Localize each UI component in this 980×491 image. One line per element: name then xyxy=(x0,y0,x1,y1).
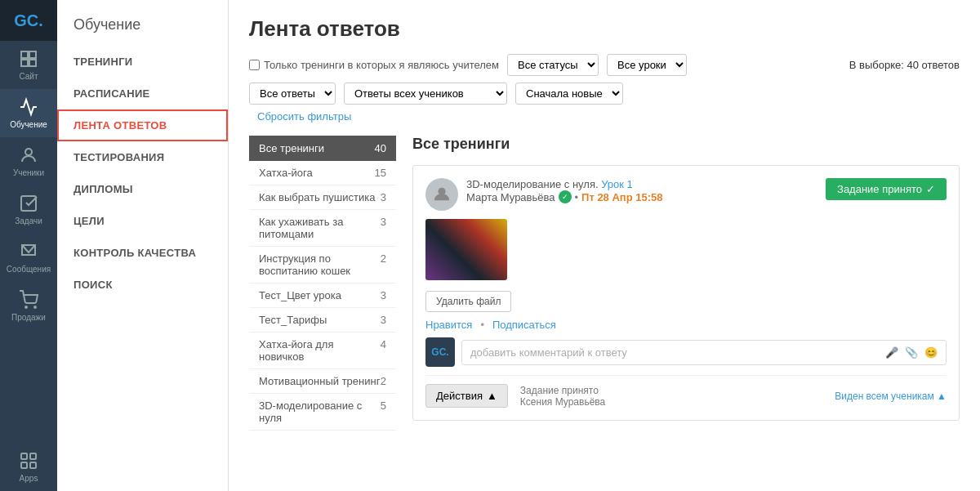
comment-icons: 🎤 📎 😊 xyxy=(885,346,938,359)
sidebar-item-apps[interactable]: Apps xyxy=(0,443,57,491)
training-item[interactable]: Инструкция по воспитанию кошек 2 xyxy=(249,247,396,283)
footer-status: Задание принято Ксения Муравьёва xyxy=(520,385,605,408)
answer-header: 3D-моделирование с нуля. Урок 1 Марта Му… xyxy=(425,178,947,211)
actions-button[interactable]: Действия ▲ xyxy=(425,384,508,408)
svg-rect-10 xyxy=(21,453,27,459)
nav-testirovaniya[interactable]: ТЕСТИРОВАНИЯ xyxy=(57,141,228,173)
svg-point-7 xyxy=(34,306,36,308)
answer-card: 3D-моделирование с нуля. Урок 1 Марта Му… xyxy=(412,165,960,421)
svg-rect-9 xyxy=(30,462,36,468)
answer-actions-row: Нравится • Подписаться xyxy=(425,319,947,331)
selection-count: В выборке: 40 ответов xyxy=(849,59,960,71)
filters-row-2: Все ответы Ответы всех учеников Сначала … xyxy=(249,83,960,105)
delete-file-row: Удалить файл xyxy=(425,287,947,312)
checkmark-icon: ✓ xyxy=(926,183,935,195)
main-content: Лента ответов Только тренинги в которых … xyxy=(229,0,980,491)
mic-icon[interactable]: 🎤 xyxy=(885,346,898,359)
training-item[interactable]: Тест_Цвет урока 3 xyxy=(249,283,396,308)
like-link[interactable]: Нравится xyxy=(425,319,472,331)
dot-separator: • xyxy=(480,319,484,331)
sidebar-item-zadachi[interactable]: Задачи xyxy=(0,185,57,234)
students-filter[interactable]: Ответы всех учеников xyxy=(344,83,507,105)
comment-avatar: GC. xyxy=(425,337,455,367)
prodazhi-icon xyxy=(19,290,38,310)
nav-raspisanie[interactable]: РАСПИСАНИЕ xyxy=(57,78,228,109)
nav-tseli[interactable]: ЦЕЛИ xyxy=(57,205,228,237)
ucheniki-icon xyxy=(19,145,38,165)
training-item[interactable]: Как выбрать пушистика 3 xyxy=(249,185,396,210)
svg-rect-2 xyxy=(21,60,28,66)
accepted-badge: Задание принято ✓ xyxy=(826,178,947,200)
sidebar-title: Обучение xyxy=(57,12,228,46)
answer-course: 3D-моделирование с нуля. Урок 1 xyxy=(466,178,817,190)
trainings-list-header[interactable]: Все тренинги 40 xyxy=(249,136,396,161)
training-item[interactable]: Хатха-йога 15 xyxy=(249,161,396,185)
answer-image xyxy=(425,219,507,280)
svg-point-4 xyxy=(25,149,32,155)
svg-rect-1 xyxy=(29,51,36,58)
avatar xyxy=(425,178,458,211)
apps-icon xyxy=(19,451,38,471)
zadachi-icon xyxy=(19,194,38,213)
site-icon xyxy=(19,49,38,69)
training-item[interactable]: 3D-моделирование с нуля 5 xyxy=(249,394,396,431)
svg-rect-3 xyxy=(29,60,36,66)
lessons-filter[interactable]: Все уроки xyxy=(607,54,687,76)
teacher-filter-checkbox[interactable] xyxy=(249,60,260,70)
svg-rect-8 xyxy=(21,462,27,468)
answer-footer: Действия ▲ Задание принято Ксения Муравь… xyxy=(425,375,947,408)
sidebar: Обучение ТРЕНИНГИ РАСПИСАНИЕ ЛЕНТА ОТВЕТ… xyxy=(57,0,229,491)
training-item[interactable]: Хатха-йога для новичков 4 xyxy=(249,333,396,369)
soobsheniya-icon xyxy=(19,242,38,261)
reset-filters-row: Сбросить фильтры xyxy=(249,109,960,123)
delete-file-button[interactable]: Удалить файл xyxy=(425,291,511,312)
page-title: Лента ответов xyxy=(249,16,960,42)
visible-to-students-link[interactable]: Виден всем ученикам ▲ xyxy=(835,391,947,402)
svg-point-6 xyxy=(25,306,27,308)
user-avatar-icon xyxy=(433,185,451,203)
answer-image-inner xyxy=(425,219,507,280)
comment-input-area[interactable]: добавить комментарий к ответу 🎤 📎 😊 xyxy=(461,340,947,365)
sidebar-item-ucheniki[interactable]: Ученики xyxy=(0,137,57,185)
lesson-link[interactable]: Урок 1 xyxy=(601,178,633,190)
answers-filter[interactable]: Все ответы xyxy=(249,83,336,105)
subscribe-link[interactable]: Подписаться xyxy=(492,319,556,331)
trainings-list: Все тренинги 40 Хатха-йога 15 Как выбрат… xyxy=(249,136,396,431)
answers-area: Все тренинги 3D-моделирование с нуля. Ур… xyxy=(396,136,960,431)
obuchenie-icon xyxy=(19,97,38,117)
sidebar-item-site[interactable]: Сайт xyxy=(0,41,57,89)
svg-rect-0 xyxy=(21,51,28,58)
nav-lenta[interactable]: ЛЕНТА ОТВЕТОВ xyxy=(57,109,228,141)
nav-diplomy[interactable]: ДИПЛОМЫ xyxy=(57,173,228,205)
emoji-icon[interactable]: 😊 xyxy=(924,346,938,359)
training-item[interactable]: Как ухаживать за питомцами 3 xyxy=(249,210,396,247)
chevron-down-icon: ▲ xyxy=(487,390,497,402)
logo: GC. xyxy=(0,0,57,41)
svg-rect-5 xyxy=(21,196,36,211)
status-filter[interactable]: Все статусы xyxy=(507,54,599,76)
sort-filter[interactable]: Сначала новые xyxy=(515,83,623,105)
comment-placeholder: добавить комментарий к ответу xyxy=(470,346,627,359)
nav-treningi[interactable]: ТРЕНИНГИ xyxy=(57,46,228,78)
answers-title: Все тренинги xyxy=(412,136,960,153)
teacher-filter-label[interactable]: Только тренинги в которых я являюсь учит… xyxy=(249,59,499,71)
filters-row-1: Только тренинги в которых я являюсь учит… xyxy=(249,54,960,76)
answer-user: Марта Муравьёва ✓ • Пт 28 Апр 15:58 xyxy=(466,190,817,203)
sidebar-item-soobsheniya[interactable]: Сообщения xyxy=(0,234,57,282)
nav-kontrol[interactable]: КОНТРОЛЬ КАЧЕСТВА xyxy=(57,237,228,269)
training-item[interactable]: Мотивационный тренинг 2 xyxy=(249,369,396,394)
nav-poisk[interactable]: ПОИСК xyxy=(57,269,228,301)
attachment-icon[interactable]: 📎 xyxy=(905,346,918,359)
comment-row: GC. добавить комментарий к ответу 🎤 📎 😊 xyxy=(425,337,947,367)
icon-bar: GC. Сайт Обучение Ученики Задачи Сообщен… xyxy=(0,0,57,491)
svg-rect-11 xyxy=(30,453,36,459)
training-item[interactable]: Тест_Тарифы 3 xyxy=(249,308,396,333)
sidebar-item-prodazhi[interactable]: Продажи xyxy=(0,282,57,330)
user-verified-icon: ✓ xyxy=(559,190,572,203)
sidebar-item-obuchenie[interactable]: Обучение xyxy=(0,89,57,137)
answer-info: 3D-моделирование с нуля. Урок 1 Марта Му… xyxy=(466,178,817,203)
reset-filters-link[interactable]: Сбросить фильтры xyxy=(257,110,351,123)
content-area: Все тренинги 40 Хатха-йога 15 Как выбрат… xyxy=(249,136,960,431)
